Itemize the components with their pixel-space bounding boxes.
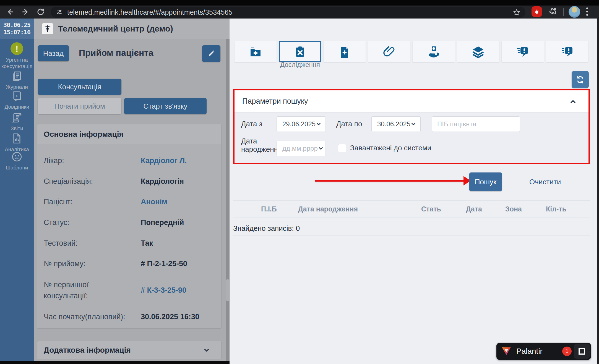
refresh-icon <box>576 75 584 84</box>
clipboard-xray-icon <box>293 45 307 58</box>
active-tab-label: Дослідження <box>279 61 321 69</box>
restore-window-icon[interactable] <box>574 344 590 359</box>
sidebar-item-urgent-consultation[interactable]: ! Ургентна консультація <box>0 42 34 69</box>
uploaded-checkbox[interactable] <box>338 144 346 152</box>
birth-date-label: Дата народження <box>241 137 280 153</box>
clock-date: 30.06.25 <box>3 22 30 29</box>
palantir-widget[interactable]: Palantir 1 <box>496 343 591 360</box>
urgent-alert-icon: ! <box>0 42 34 55</box>
tab-alerts-2[interactable] <box>546 41 588 62</box>
sidebar-clock: 30.06.25 15:07:16 <box>0 19 34 39</box>
consultation-button[interactable]: Консультація <box>38 79 121 95</box>
file-plus-icon <box>338 45 351 58</box>
sidebar-item-templates[interactable]: Шаблони <box>0 151 34 171</box>
column-header-date: Дата <box>466 205 482 213</box>
comment-alert-icon <box>561 45 574 58</box>
column-header-zone: Зона <box>505 205 522 213</box>
search-panel-body: Дата з 29.06.2025 Дата по 30.06.2025 Дат… <box>235 112 588 163</box>
results-summary: Знайдено записів: 0 <box>233 224 300 233</box>
clear-button[interactable]: Очистити <box>529 178 561 186</box>
caduceus-icon <box>42 23 53 34</box>
comment-alert-icon <box>516 45 529 58</box>
tab-layers[interactable] <box>457 41 499 62</box>
url-text: telemed.medlink.healthcare/#/appointment… <box>67 8 233 16</box>
browser-chrome: telemed.medlink.healthcare/#/appointment… <box>0 0 599 19</box>
sidebar-item-journals[interactable]: Журнали <box>0 70 34 90</box>
journal-icon <box>0 70 34 82</box>
sidebar: 30.06.25 15:07:16 ! Ургентна консультаці… <box>0 19 34 364</box>
window-right-edge <box>597 19 599 364</box>
scroll-icon <box>0 111 34 124</box>
layers-icon <box>472 45 485 58</box>
annotation-arrow <box>315 180 466 182</box>
patient-panel: Назад Прийом пацієнта Консультація Почат… <box>34 39 226 361</box>
column-header-birthdate: Дата народження <box>298 205 358 213</box>
tab-medical-services[interactable] <box>413 41 455 62</box>
tab-new-document[interactable] <box>324 41 366 62</box>
date-to-select[interactable]: 30.06.2025 <box>371 116 421 132</box>
paperclip-icon <box>382 45 396 58</box>
main-info-card-title: Основна інформація <box>37 124 221 144</box>
screen: telemed.medlink.healthcare/#/appointment… <box>0 0 599 364</box>
adblock-extension-icon[interactable] <box>532 6 542 17</box>
doctor-link[interactable]: Кардіолог Л. <box>141 155 187 166</box>
app-title: Телемедичний центр (демо) <box>58 24 173 33</box>
browser-profile-avatar[interactable] <box>569 6 580 18</box>
palantir-name: Palantir <box>516 347 543 356</box>
search-parameters-panel: Параметри пошуку Дата з 29.06.2025 Дата … <box>233 89 590 164</box>
chevron-down-icon <box>203 347 210 354</box>
folder-plus-icon <box>249 45 262 58</box>
main-info-card: Основна інформація Лікар: Кардіолог Л. С… <box>37 124 222 329</box>
column-header-name: П.І.Б <box>261 205 277 213</box>
sidebar-item-analytics[interactable]: Аналітика <box>0 132 34 153</box>
column-header-count: Кіл-ть <box>546 205 566 213</box>
primary-consultation-link[interactable]: # К-3-3-25-90 <box>141 285 186 296</box>
browser-menu-icon[interactable] <box>586 7 588 16</box>
birth-date-select[interactable]: дд.мм.рррр <box>277 141 326 156</box>
site-info-icon[interactable] <box>56 9 63 16</box>
edit-button[interactable] <box>202 45 220 62</box>
sidebar-item-directories[interactable]: Довідники <box>0 90 34 110</box>
toolbar-separator <box>563 8 564 16</box>
left-panel-scrollbar-thumb[interactable] <box>226 279 229 301</box>
page-title: Прийом пацієнта <box>79 48 153 58</box>
window-bottom-edge <box>0 361 230 364</box>
search-panel-header[interactable]: Параметри пошуку <box>235 90 588 112</box>
date-from-select[interactable]: 29.06.2025 <box>277 116 326 132</box>
column-header-sex: Стать <box>421 205 441 213</box>
reference-book-icon <box>0 90 34 102</box>
patient-link[interactable]: Анонім <box>141 196 167 207</box>
extra-info-card-title: Додаткова інформація <box>44 346 131 355</box>
analytics-document-icon <box>0 132 34 145</box>
browser-reload-icon[interactable] <box>36 7 45 17</box>
back-button[interactable]: Назад <box>38 45 69 61</box>
bookmark-star-icon[interactable] <box>513 9 520 16</box>
date-to-label: Дата по <box>336 120 362 128</box>
tab-alerts-1[interactable] <box>502 41 544 62</box>
refresh-button[interactable] <box>572 71 589 88</box>
hand-medical-icon <box>427 45 440 58</box>
patient-name-input[interactable] <box>432 116 520 132</box>
face-icon <box>0 151 34 163</box>
pencil-icon <box>208 50 215 57</box>
tab-attachments[interactable] <box>368 41 410 62</box>
tab-research[interactable] <box>279 41 321 62</box>
extensions-puzzle-icon[interactable] <box>548 6 558 16</box>
start-call-button[interactable]: Старт зв'язку <box>124 98 207 114</box>
uploaded-checkbox-label: Завантажені до системи <box>350 144 431 152</box>
browser-back-icon[interactable] <box>6 7 15 17</box>
address-bar[interactable]: telemed.medlink.healthcare/#/appointment… <box>51 7 525 18</box>
results-table-header: П.І.Б Дата народження Стать Дата Зона Кі… <box>233 200 590 218</box>
search-button[interactable]: Пошук <box>469 172 502 191</box>
tab-medical-record[interactable] <box>235 41 277 62</box>
browser-forward-icon[interactable] <box>21 7 30 17</box>
start-admission-button[interactable]: Почати прийом <box>38 98 121 114</box>
left-panel-scrollbar-track[interactable] <box>226 39 230 361</box>
chevron-up-icon[interactable] <box>569 98 577 106</box>
chevron-down-icon <box>318 145 324 151</box>
chevron-down-icon <box>316 121 322 127</box>
sidebar-item-reports[interactable]: Звіти <box>0 111 34 132</box>
extra-info-card[interactable]: Додаткова інформація <box>37 341 222 359</box>
clock-time: 15:07:16 <box>3 29 30 36</box>
workspace-panel: Дослідження Параметри пошуку Дата з 29.0… <box>230 19 597 364</box>
